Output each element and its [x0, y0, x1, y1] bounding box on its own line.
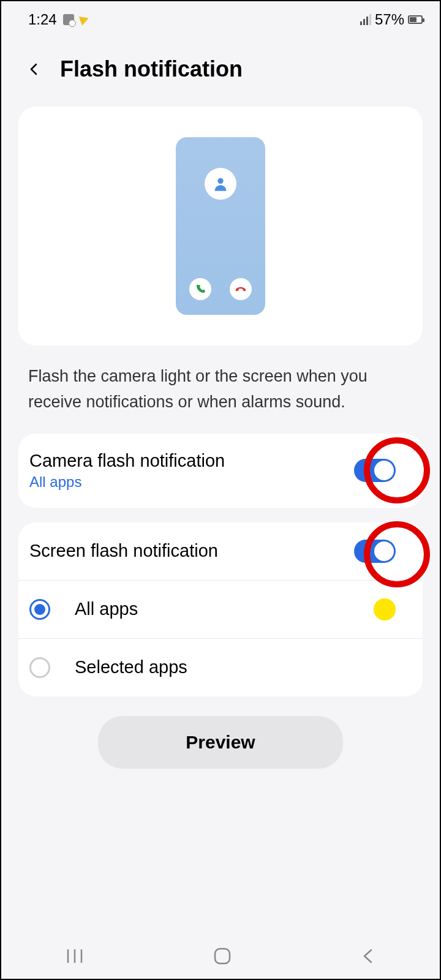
- svg-point-0: [217, 178, 223, 184]
- screen-flash-toggle[interactable]: [354, 540, 396, 563]
- camera-flash-subtitle: All apps: [29, 473, 225, 491]
- radio-all-apps[interactable]: All apps: [18, 580, 423, 638]
- description-text: Flash the camera light or the screen whe…: [1, 364, 440, 434]
- status-time: 1:24: [28, 11, 57, 28]
- answer-call-icon: [189, 278, 211, 300]
- decline-call-icon: [230, 278, 252, 300]
- radio-selected-apps-label: Selected apps: [75, 657, 187, 677]
- signal-icon: [360, 14, 371, 25]
- sim-card-icon: [63, 14, 74, 25]
- battery-icon: [408, 15, 423, 24]
- radio-icon-unselected: [29, 657, 50, 678]
- nav-recent-button[interactable]: [66, 948, 84, 967]
- status-bar: 1:24 57%: [1, 1, 440, 32]
- screen-flash-title: Screen flash notification: [29, 541, 218, 561]
- page-title: Flash notification: [60, 56, 243, 82]
- preview-button[interactable]: Preview: [98, 716, 343, 769]
- screen-flash-row[interactable]: Screen flash notification: [18, 522, 423, 580]
- radio-icon-selected: [29, 599, 50, 620]
- nav-back-button[interactable]: [361, 948, 375, 967]
- camera-flash-toggle[interactable]: [354, 459, 396, 482]
- camera-flash-card: Camera flash notification All apps: [18, 434, 423, 508]
- page-header: Flash notification: [1, 32, 440, 107]
- location-icon: [78, 13, 90, 26]
- illustration-card: [18, 107, 423, 345]
- nav-home-button[interactable]: [213, 947, 232, 968]
- camera-flash-row[interactable]: Camera flash notification All apps: [18, 434, 423, 508]
- battery-pct: 57%: [375, 11, 404, 28]
- svg-rect-4: [215, 949, 230, 963]
- color-swatch[interactable]: [374, 598, 396, 620]
- screen-flash-card: Screen flash notification All apps Selec…: [18, 522, 423, 696]
- radio-selected-apps[interactable]: Selected apps: [18, 638, 423, 696]
- back-button[interactable]: [26, 61, 43, 78]
- system-nav-bar: [1, 936, 440, 979]
- phone-illustration: [176, 137, 265, 315]
- radio-all-apps-label: All apps: [75, 599, 138, 619]
- camera-flash-title: Camera flash notification: [29, 451, 225, 471]
- avatar-icon: [205, 168, 236, 200]
